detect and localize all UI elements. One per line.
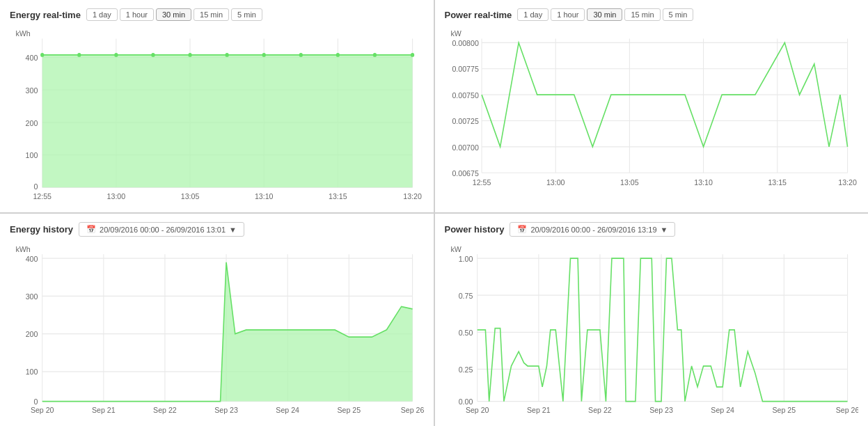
svg-text:Sep 24: Sep 24 [276, 405, 299, 413]
svg-text:0.50: 0.50 [458, 329, 473, 337]
svg-text:0.75: 0.75 [458, 291, 473, 299]
svg-point-22 [225, 53, 228, 57]
energy-rt-btn-5min[interactable]: 5 min [231, 8, 262, 21]
svg-text:0.00775: 0.00775 [452, 65, 478, 74]
svg-marker-16 [42, 55, 413, 187]
power-history-date-picker[interactable]: 📅 20/09/2016 00:00 - 26/09/2016 13:19 ▼ [510, 222, 675, 237]
svg-point-23 [262, 53, 266, 57]
energy-realtime-chart: kWh 400 300 200 100 0 [10, 26, 424, 205]
svg-text:300: 300 [26, 86, 38, 95]
svg-point-17 [40, 53, 44, 57]
svg-text:13:15: 13:15 [329, 191, 347, 200]
svg-text:Sep 20: Sep 20 [465, 405, 489, 413]
energy-rt-y-label: kWh [15, 29, 30, 38]
svg-text:Sep 26: Sep 26 [835, 405, 858, 413]
svg-text:100: 100 [26, 151, 38, 160]
energy-history-header: Energy history 📅 20/09/2016 00:00 - 26/0… [10, 222, 424, 237]
energy-realtime-btn-group: 1 day 1 hour 30 min 15 min 5 min [86, 8, 262, 21]
svg-text:13:00: 13:00 [546, 178, 565, 187]
svg-text:Sep 25: Sep 25 [772, 405, 796, 413]
power-rt-btn-1hour[interactable]: 1 hour [551, 8, 585, 21]
svg-text:100: 100 [26, 368, 38, 376]
svg-text:Sep 21: Sep 21 [527, 405, 551, 413]
svg-text:0: 0 [33, 182, 38, 191]
power-realtime-chart: kW 0.00800 0.00775 0.00750 0.00725 0.007… [445, 26, 859, 205]
svg-text:Sep 21: Sep 21 [92, 405, 116, 413]
svg-text:12:55: 12:55 [33, 191, 52, 200]
svg-text:Sep 22: Sep 22 [588, 405, 612, 413]
svg-text:400: 400 [26, 54, 38, 63]
svg-point-21 [188, 53, 191, 57]
svg-text:1.00: 1.00 [458, 254, 473, 262]
power-history-title: Power history [445, 224, 505, 235]
dropdown-arrow-icon: ▼ [229, 226, 237, 234]
svg-text:13:15: 13:15 [768, 178, 787, 187]
power-history-panel: Power history 📅 20/09/2016 00:00 - 26/09… [435, 214, 869, 426]
svg-point-20 [151, 53, 155, 57]
svg-text:Sep 22: Sep 22 [153, 405, 177, 413]
energy-rt-btn-1hour[interactable]: 1 hour [120, 8, 154, 21]
calendar-icon: 📅 [86, 225, 96, 234]
svg-point-24 [299, 53, 303, 57]
energy-rt-btn-30min[interactable]: 30 min [156, 8, 191, 21]
svg-text:13:10: 13:10 [694, 178, 713, 187]
energy-history-panel: Energy history 📅 20/09/2016 00:00 - 26/0… [0, 214, 434, 426]
svg-text:13:20: 13:20 [838, 178, 857, 187]
power-history-chart: kW 1.00 0.75 0.50 0.25 0.00 [445, 242, 859, 419]
svg-text:Sep 23: Sep 23 [214, 405, 238, 413]
dashboard-grid: Energy real-time 1 day 1 hour 30 min 15 … [0, 0, 868, 426]
svg-text:kWh: kWh [15, 244, 30, 253]
svg-text:0.00800: 0.00800 [452, 39, 478, 48]
svg-text:0.00725: 0.00725 [452, 117, 478, 126]
power-rt-btn-15min[interactable]: 15 min [624, 8, 660, 21]
power-rt-btn-5min[interactable]: 5 min [663, 8, 694, 21]
svg-text:13:05: 13:05 [181, 191, 200, 200]
power-realtime-header: Power real-time 1 day 1 hour 30 min 15 m… [445, 8, 859, 21]
energy-history-chart: kWh 400 300 200 100 0 [10, 242, 424, 419]
power-realtime-title: Power real-time [445, 10, 512, 20]
power-realtime-btn-group: 1 day 1 hour 30 min 15 min 5 min [517, 8, 693, 21]
svg-point-27 [411, 53, 414, 57]
svg-text:Sep 25: Sep 25 [337, 405, 361, 413]
energy-rt-btn-1day[interactable]: 1 day [86, 8, 118, 21]
energy-realtime-panel: Energy real-time 1 day 1 hour 30 min 15 … [0, 0, 434, 212]
svg-text:300: 300 [26, 292, 38, 301]
svg-text:0.00700: 0.00700 [452, 143, 478, 152]
svg-text:0.00750: 0.00750 [452, 90, 478, 100]
svg-point-25 [336, 53, 340, 57]
power-realtime-panel: Power real-time 1 day 1 hour 30 min 15 m… [435, 0, 869, 212]
svg-text:12:55: 12:55 [472, 178, 491, 187]
power-history-date-range: 20/09/2016 00:00 - 26/09/2016 13:19 [530, 226, 656, 234]
svg-point-18 [77, 53, 81, 57]
energy-history-date-picker[interactable]: 📅 20/09/2016 00:00 - 26/09/2016 13:01 ▼ [79, 222, 244, 237]
svg-text:kW: kW [450, 244, 461, 253]
svg-text:200: 200 [26, 118, 38, 127]
power-rt-btn-1day[interactable]: 1 day [517, 8, 549, 21]
svg-text:13:00: 13:00 [107, 191, 126, 200]
svg-text:13:20: 13:20 [403, 191, 422, 200]
energy-realtime-title: Energy real-time [10, 10, 81, 20]
svg-text:0.25: 0.25 [458, 365, 473, 374]
svg-text:13:10: 13:10 [255, 191, 274, 200]
svg-text:kW: kW [450, 29, 461, 38]
svg-marker-77 [42, 262, 413, 402]
energy-rt-btn-15min[interactable]: 15 min [194, 8, 229, 21]
calendar-icon-2: 📅 [517, 225, 527, 234]
power-rt-btn-30min[interactable]: 30 min [587, 8, 622, 21]
svg-text:Sep 26: Sep 26 [401, 405, 424, 413]
energy-realtime-header: Energy real-time 1 day 1 hour 30 min 15 … [10, 8, 424, 21]
svg-text:0.00675: 0.00675 [452, 168, 478, 178]
svg-text:13:05: 13:05 [620, 178, 639, 187]
svg-text:400: 400 [26, 254, 38, 262]
svg-text:Sep 20: Sep 20 [31, 405, 54, 413]
energy-history-title: Energy history [10, 224, 73, 235]
dropdown-arrow-icon-2: ▼ [661, 226, 668, 234]
energy-history-date-range: 20/09/2016 00:00 - 26/09/2016 13:01 [100, 226, 226, 234]
svg-text:Sep 23: Sep 23 [649, 405, 673, 413]
svg-text:Sep 24: Sep 24 [711, 405, 734, 413]
svg-point-19 [114, 53, 118, 57]
svg-text:200: 200 [26, 330, 38, 338]
svg-point-26 [373, 53, 377, 57]
power-history-header: Power history 📅 20/09/2016 00:00 - 26/09… [445, 222, 859, 237]
